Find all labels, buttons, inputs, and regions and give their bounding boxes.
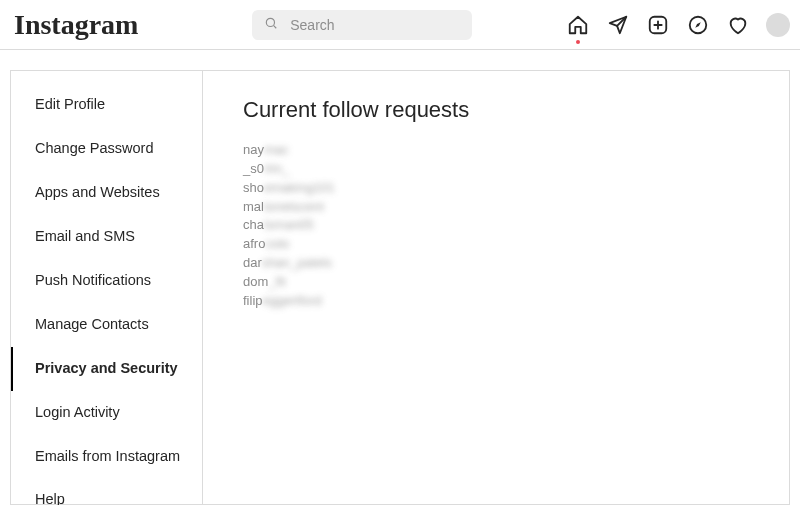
follow-request-item: darshan_patels — [243, 254, 749, 273]
nav-icons — [566, 13, 790, 37]
instagram-logo[interactable]: Instagram — [14, 9, 138, 41]
page-title: Current follow requests — [243, 97, 749, 123]
username-visible: mal — [243, 198, 264, 217]
sidebar-item-label: Login Activity — [35, 404, 120, 420]
settings-page: Edit Profile Change Password Apps and We… — [0, 50, 800, 505]
sidebar-item-privacy-security[interactable]: Privacy and Security — [11, 347, 202, 391]
sidebar-item-change-password[interactable]: Change Password — [11, 127, 202, 171]
username-visible: filip — [243, 292, 263, 311]
sidebar-item-label: Help — [35, 491, 65, 505]
new-post-icon[interactable] — [646, 13, 670, 37]
follow-request-item: dom_fit — [243, 273, 749, 292]
username-redacted: eggertford — [263, 292, 322, 311]
username-visible: cha — [243, 216, 264, 235]
sidebar-item-label: Change Password — [35, 140, 154, 156]
follow-requests-list: naymac _s0rlm_ shoemaking101 maltonetsce… — [243, 141, 749, 311]
follow-request-item: _s0rlm_ — [243, 160, 749, 179]
sidebar-item-label: Email and SMS — [35, 228, 135, 244]
username-redacted: mac — [264, 141, 289, 160]
search-input[interactable] — [288, 16, 460, 34]
search-icon — [264, 16, 278, 34]
sidebar-item-label: Push Notifications — [35, 272, 151, 288]
sidebar-item-label: Privacy and Security — [35, 360, 178, 376]
follow-request-item: maltonetscent — [243, 198, 749, 217]
sidebar-item-help[interactable]: Help — [11, 478, 202, 505]
username-redacted: tonetscent — [264, 198, 324, 217]
follow-request-item: chatsman05 — [243, 216, 749, 235]
sidebar-item-login-activity[interactable]: Login Activity — [11, 391, 202, 435]
username-visible: sho — [243, 179, 264, 198]
svg-line-1 — [274, 25, 277, 28]
follow-request-item: shoemaking101 — [243, 179, 749, 198]
activity-heart-icon[interactable] — [726, 13, 750, 37]
sidebar-item-edit-profile[interactable]: Edit Profile — [11, 83, 202, 127]
home-icon[interactable] — [566, 13, 590, 37]
settings-sidebar: Edit Profile Change Password Apps and We… — [11, 71, 203, 504]
username-visible: _s0 — [243, 160, 264, 179]
sidebar-item-push-notifications[interactable]: Push Notifications — [11, 259, 202, 303]
username-visible: nay — [243, 141, 264, 160]
username-visible: dar — [243, 254, 262, 273]
follow-request-item: naymac — [243, 141, 749, 160]
follow-request-item: filipeggertford — [243, 292, 749, 311]
settings-panel: Edit Profile Change Password Apps and We… — [10, 70, 790, 505]
settings-content: Current follow requests naymac _s0rlm_ s… — [203, 71, 789, 504]
top-bar: Instagram — [0, 0, 800, 50]
sidebar-item-label: Manage Contacts — [35, 316, 149, 332]
search-box[interactable] — [252, 10, 472, 40]
sidebar-item-label: Edit Profile — [35, 96, 105, 112]
search-container — [252, 10, 472, 40]
profile-avatar[interactable] — [766, 13, 790, 37]
sidebar-item-manage-contacts[interactable]: Manage Contacts — [11, 303, 202, 347]
username-visible: dom — [243, 273, 268, 292]
svg-point-0 — [267, 18, 275, 26]
username-redacted: rlm_ — [264, 160, 289, 179]
username-redacted: shan_patels — [262, 254, 332, 273]
explore-icon[interactable] — [686, 13, 710, 37]
sidebar-item-emails-instagram[interactable]: Emails from Instagram — [11, 435, 202, 479]
sidebar-item-apps-websites[interactable]: Apps and Websites — [11, 171, 202, 215]
messenger-icon[interactable] — [606, 13, 630, 37]
username-redacted: colo — [265, 235, 289, 254]
sidebar-item-label: Emails from Instagram — [35, 448, 180, 464]
sidebar-item-label: Apps and Websites — [35, 184, 160, 200]
username-redacted: tsman05 — [264, 216, 314, 235]
username-redacted: emaking101 — [264, 179, 335, 198]
sidebar-item-email-sms[interactable]: Email and SMS — [11, 215, 202, 259]
username-visible: afro — [243, 235, 265, 254]
follow-request-item: afrocolo — [243, 235, 749, 254]
username-redacted: _fit — [268, 273, 285, 292]
svg-marker-7 — [695, 22, 701, 28]
